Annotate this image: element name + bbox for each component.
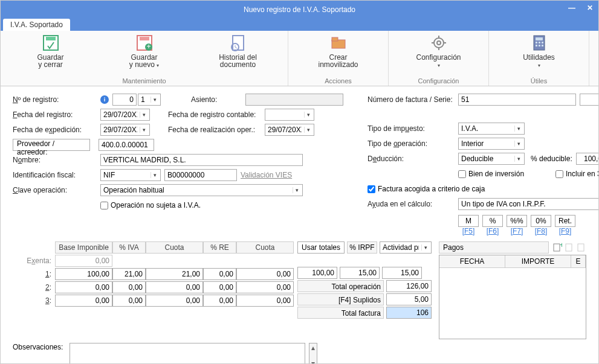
totfact-value[interactable]: 106 [386, 307, 432, 319]
froper-combo[interactable]: ▾ [265, 124, 314, 136]
ded-combo[interactable]: ▾ [458, 153, 525, 165]
r1-iva[interactable] [112, 268, 146, 280]
r1-cuota[interactable] [146, 268, 203, 280]
col-iva-header: % IVA [112, 241, 146, 254]
svg-rect-28 [566, 244, 572, 251]
iva-grid: Base Imponible % IVA Cuota % RE Cuota Ex… [13, 241, 294, 307]
idfiscal-input[interactable] [164, 169, 237, 181]
fexp-combo[interactable]: ▾ [100, 124, 150, 136]
toper-label: Tipo de operación: [367, 139, 458, 148]
frcont-label: Fecha de registro contable: [168, 110, 265, 119]
crear-inmovilizado-button[interactable]: Crear inmovilizado [294, 33, 382, 68]
mid-v1[interactable] [297, 267, 337, 279]
calc-zero-button[interactable]: 0% [531, 215, 551, 227]
f7-link[interactable]: [F7] [507, 227, 527, 235]
guardar-cerrar-button[interactable]: Guardar y cerrar [7, 33, 94, 69]
nreg-serie-combo[interactable]: ▾ [138, 94, 161, 106]
nfact-input[interactable] [458, 94, 576, 106]
totop-label: Total operación [297, 280, 384, 292]
info-icon[interactable]: i [100, 95, 109, 104]
pded-input[interactable] [576, 153, 599, 165]
r1-cuota2[interactable] [236, 268, 294, 280]
folder-icon [329, 33, 348, 53]
utilidades-button[interactable]: Utilidades▾ [495, 33, 583, 69]
calc-ret-button[interactable]: Ret. [555, 215, 575, 227]
svg-rect-1 [46, 37, 56, 40]
guardar-nuevo-button[interactable]: + Guardar y nuevo ▾ [100, 33, 188, 69]
bien-inversion-checkbox[interactable]: Bien de inversión [458, 170, 524, 178]
calc-pctpct-button[interactable]: %% [507, 215, 527, 227]
proveedor-button[interactable]: Proveedor / acreedor: [13, 139, 90, 151]
r3-base[interactable] [55, 295, 112, 307]
window-title: Nuevo registro de I.V.A. Soportado [244, 5, 355, 14]
r3-cuota2[interactable] [236, 295, 294, 307]
group-config-label: Configuración [418, 77, 459, 85]
suplidos-input[interactable] [386, 293, 432, 305]
observaciones-input[interactable] [70, 343, 305, 364]
textarea-scrollbar[interactable]: ▴▾ [309, 343, 317, 364]
idfiscal-tipo-combo[interactable]: ▾ [100, 169, 161, 181]
r3-cuota[interactable] [146, 295, 203, 307]
grid-row-1: 1: [13, 268, 294, 280]
close-button[interactable]: ✕ [585, 3, 595, 13]
clave-label: Clave operación: [13, 186, 100, 194]
svg-point-13 [437, 41, 441, 45]
frcont-combo[interactable]: ▾ [265, 109, 314, 121]
r3-iva[interactable] [112, 295, 146, 307]
r2-cuota[interactable] [146, 281, 203, 293]
r2-base[interactable] [55, 281, 112, 293]
f6-link[interactable]: [F6] [482, 227, 503, 235]
ayuda-combo[interactable]: ▾ [458, 198, 599, 210]
actividad-combo[interactable]: ▾ [380, 241, 432, 254]
r2-re[interactable] [203, 281, 236, 293]
nreg-input[interactable] [112, 94, 137, 106]
historial-button[interactable]: Historial del documento [194, 33, 282, 69]
r3-re[interactable] [203, 295, 236, 307]
timp-combo[interactable]: ▾ [458, 123, 525, 135]
r1-re[interactable] [203, 268, 236, 280]
mid-v3[interactable] [382, 267, 422, 279]
save-new-icon: + [135, 33, 154, 53]
f8-link[interactable]: [F8] [531, 227, 551, 235]
minimize-button[interactable]: — [567, 3, 577, 13]
calculator-icon [529, 33, 549, 53]
factura-caja-checkbox[interactable]: Factura acogida a criterio de caja [367, 185, 485, 193]
nfact-serie-input[interactable] [580, 94, 599, 106]
mid-v2[interactable] [340, 267, 380, 279]
f9-link[interactable]: [F9] [555, 227, 575, 235]
ded-label: Deducción: [367, 155, 458, 163]
svg-point-12 [434, 38, 444, 48]
no-sujeta-checkbox[interactable]: Operación no sujeta a I.V.A. [100, 201, 201, 209]
svg-rect-11 [332, 37, 338, 41]
pagos-table[interactable]: FECHA IMPORTE E [439, 255, 586, 339]
save-close-icon [41, 33, 60, 53]
calc-pct-button[interactable]: % [482, 215, 503, 227]
nombre-input[interactable] [100, 154, 303, 166]
tab-iva-soportado[interactable]: I.V.A. Soportado [3, 19, 70, 31]
incluir-347-checkbox[interactable]: Incluir en 347 [555, 170, 599, 178]
delete-payment-icon[interactable] [577, 243, 586, 252]
r2-iva[interactable] [112, 281, 146, 293]
row2-label: 2: [13, 281, 55, 293]
suplidos-label: [F4] Suplidos [297, 293, 384, 305]
toper-combo[interactable]: ▾ [458, 138, 525, 150]
edit-payment-icon[interactable] [565, 243, 574, 252]
timp-label: Tipo de impuesto: [367, 124, 458, 133]
freg-combo[interactable]: ▾ [100, 109, 150, 121]
group-utiles-label: Útiles [531, 77, 548, 85]
svg-rect-29 [578, 244, 584, 251]
pagos-col-fecha: FECHA [439, 255, 505, 267]
vies-link[interactable]: Validación VIES [241, 171, 292, 179]
svg-rect-21 [539, 42, 540, 43]
usar-totales-button[interactable]: Usar totales [297, 241, 345, 254]
pagos-title: Pagos [439, 241, 549, 254]
r2-cuota2[interactable] [236, 281, 294, 293]
configuracion-button[interactable]: Configuración▾ [395, 33, 482, 69]
clave-combo[interactable]: ▾ [100, 184, 303, 196]
r1-base[interactable] [55, 268, 112, 280]
add-payment-icon[interactable]: + [552, 243, 562, 252]
calc-m-button[interactable]: M [458, 215, 479, 227]
f5-link[interactable]: [F5] [458, 227, 479, 235]
svg-rect-3 [140, 37, 149, 40]
proveedor-input[interactable] [99, 139, 154, 151]
